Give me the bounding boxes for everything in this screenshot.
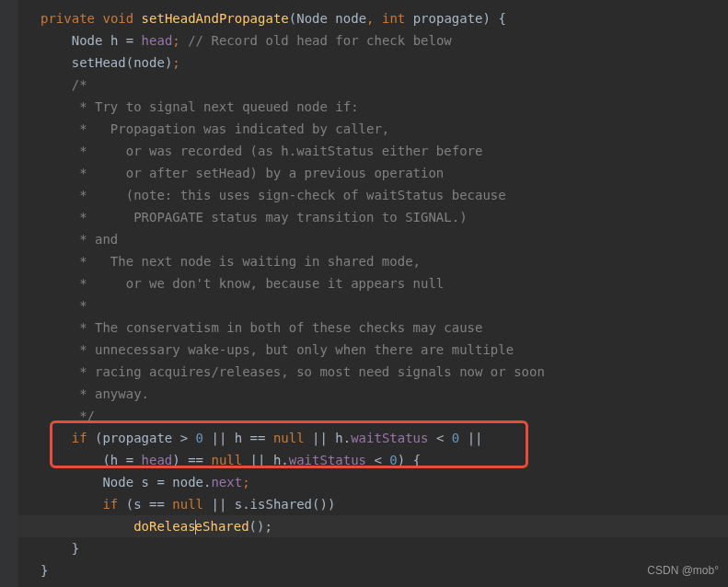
block-comment: * unnecessary wake-ups, but only when th… (72, 342, 514, 357)
code-line: (h = head) == null || h.waitStatus < 0) … (18, 449, 728, 471)
method-call: doReleas (133, 519, 195, 534)
block-comment: * Propagation was indicated by caller, (72, 121, 390, 136)
code-line: * (18, 294, 728, 317)
number-literal: 0 (452, 431, 459, 445)
code-line: Node s = node.next; (18, 471, 728, 493)
method-name: setHeadAndPropagate (142, 11, 289, 26)
keyword: if (102, 497, 118, 512)
method-call: setHead (72, 55, 126, 70)
code-line: * racing acquires/releases, so most need… (18, 361, 728, 383)
block-comment: */ (72, 409, 95, 423)
keyword: null (211, 453, 242, 467)
keyword: if (72, 431, 87, 445)
code-line: Node h = head; // Record old head for ch… (18, 29, 728, 52)
field-ref: head (142, 33, 173, 48)
code-line: if (propagate > 0 || h == null || h.wait… (18, 427, 728, 449)
code-line: * or after setHead) by a previous operat… (18, 162, 728, 184)
code-line: * and (18, 228, 728, 250)
code-line: * unnecessary wake-ups, but only when th… (18, 339, 728, 361)
number-literal: 0 (389, 453, 397, 467)
code-line: */ (18, 405, 728, 427)
keyword: private (40, 11, 95, 26)
code-line: * Propagation was indicated by caller, (18, 118, 728, 140)
keyword: null (273, 431, 305, 445)
number-literal: 0 (196, 431, 203, 445)
block-comment: * racing acquires/releases, so most need… (72, 364, 545, 379)
code-line: } (18, 537, 728, 559)
field-ref: next (211, 475, 242, 489)
code-line: * The conservatism in both of these chec… (18, 317, 728, 339)
param-type: Node (296, 11, 328, 26)
keyword: null (172, 497, 203, 512)
block-comment: * or we don't know, because it appears n… (72, 276, 445, 291)
block-comment: * (note: this uses sign-check of waitSta… (72, 188, 506, 202)
block-comment: * or was recorded (as h.waitStatus eithe… (72, 144, 483, 158)
watermark-text: CSDN @mob° (647, 559, 719, 581)
code-line: /* (18, 74, 728, 96)
code-line: * Try to signal next queued node if: (18, 96, 728, 118)
code-editor[interactable]: private void setHeadAndPropagate(Node no… (0, 0, 728, 581)
field-ref: head (142, 453, 173, 467)
param-name: node (335, 11, 366, 26)
code-line: * PROPAGATE status may transition to SIG… (18, 206, 728, 228)
code-line: * or was recorded (as h.waitStatus eithe… (18, 140, 728, 162)
block-comment: * anyway. (72, 386, 149, 401)
param-name: propagate (413, 11, 483, 26)
code-line-active: doReleaseShared(); (18, 515, 728, 537)
block-comment: /* (72, 77, 87, 92)
code-line: * (note: this uses sign-check of waitSta… (18, 184, 728, 206)
block-comment: * PROPAGATE status may transition to SIG… (72, 210, 468, 224)
code-line: * The next node is waiting in shared mod… (18, 250, 728, 272)
line-comment: // Record old head for check below (180, 33, 452, 48)
block-comment: * The next node is waiting in shared mod… (72, 254, 421, 269)
block-comment: * Try to signal next queued node if: (72, 99, 359, 114)
block-comment: * or after setHead) by a previous operat… (72, 166, 445, 180)
param-type: int (382, 11, 405, 26)
field-ref: waitStatus (351, 431, 428, 445)
keyword: void (102, 11, 133, 26)
code-line: } (18, 559, 728, 581)
code-line: private void setHeadAndPropagate(Node no… (18, 7, 728, 29)
code-line: if (s == null || s.isShared()) (18, 493, 728, 515)
code-line: * or we don't know, because it appears n… (18, 272, 728, 294)
block-comment: * and (72, 232, 119, 247)
field-ref: waitStatus (289, 453, 366, 467)
code-line: * anyway. (18, 383, 728, 405)
code-line: setHead(node); (18, 52, 728, 74)
block-comment: * The conservatism in both of these chec… (72, 320, 483, 335)
block-comment: * (72, 298, 87, 313)
